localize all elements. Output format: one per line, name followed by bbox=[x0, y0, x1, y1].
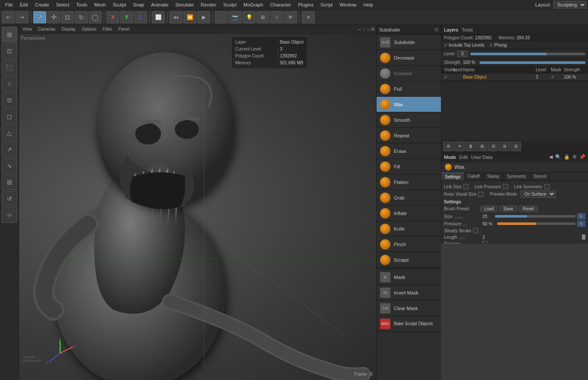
tool-scrape[interactable]: Scrape bbox=[377, 252, 441, 268]
stereo-button[interactable]: 👁 bbox=[284, 11, 297, 23]
size-slider[interactable] bbox=[495, 215, 575, 218]
menu-edit[interactable]: Edit bbox=[16, 1, 32, 8]
tab-stamp[interactable]: Stamp bbox=[483, 173, 503, 180]
timeline-start-button[interactable]: ⏮ bbox=[169, 11, 182, 23]
camera-button[interactable]: 📷 bbox=[229, 11, 242, 23]
level-input[interactable] bbox=[457, 51, 468, 57]
menu-simulate[interactable]: Simulate bbox=[172, 1, 198, 8]
attr-btn-7[interactable]: ⊞ bbox=[511, 142, 521, 151]
attr-btn-3[interactable]: 🗑 bbox=[466, 142, 476, 151]
left-tool-box[interactable]: ◻ bbox=[2, 109, 17, 124]
tool-inflate[interactable]: Inflate bbox=[377, 206, 441, 221]
viewport-menu-panel[interactable]: Panel bbox=[117, 27, 131, 32]
render-region-button[interactable]: ⬜ bbox=[152, 11, 165, 23]
size-fx-button[interactable]: fx bbox=[577, 213, 585, 219]
attr-btn-5[interactable]: ⊞ bbox=[488, 142, 499, 151]
rotate-tool-button[interactable]: ↻ bbox=[75, 11, 88, 23]
tool-fill[interactable]: Fill bbox=[377, 159, 441, 174]
hud-button[interactable]: ☀ bbox=[302, 11, 315, 23]
move-tool-button[interactable]: ✛ bbox=[47, 11, 60, 23]
menu-mograph[interactable]: MoGraph bbox=[240, 1, 267, 8]
left-tool-dots2[interactable]: ⊹ bbox=[2, 207, 17, 223]
menu-tools[interactable]: Tools bbox=[73, 1, 91, 8]
left-tool-curve[interactable]: ∿ bbox=[2, 158, 17, 174]
menu-select[interactable]: Select bbox=[53, 1, 73, 8]
viewport-menu-filter[interactable]: Filter bbox=[101, 27, 114, 32]
strength-slider[interactable] bbox=[479, 61, 585, 64]
freeform-tool-button[interactable]: ◯ bbox=[89, 11, 102, 23]
left-tool-cylinder[interactable]: ⊙ bbox=[2, 92, 17, 108]
viewport-icon-down[interactable]: ↓ bbox=[367, 27, 369, 32]
spacing-checkbox[interactable] bbox=[483, 241, 488, 244]
tool-flatten[interactable]: Flatten bbox=[377, 174, 441, 190]
tool-mask[interactable]: M Mask bbox=[377, 269, 441, 285]
menu-character[interactable]: Character bbox=[267, 1, 294, 8]
keep-visual-checkbox[interactable] bbox=[478, 192, 483, 197]
preview-mode-dropdown[interactable]: On Surface bbox=[521, 190, 556, 198]
menu-mesh[interactable]: Mesh bbox=[91, 1, 109, 8]
menu-help[interactable]: Help bbox=[360, 1, 377, 8]
select-tool-button[interactable]: ↗ bbox=[33, 11, 46, 23]
viewport-menu-display[interactable]: Display bbox=[60, 27, 77, 32]
viewport-icon-move[interactable]: ↔ bbox=[357, 27, 361, 32]
menu-create[interactable]: Create bbox=[32, 1, 53, 8]
tool-bake[interactable]: BSO Bake Sculpt Objects bbox=[377, 316, 441, 332]
layer-table-row[interactable]: ✓ Base Object 3 ✓ 100 % bbox=[441, 73, 588, 81]
load-button[interactable]: Load bbox=[480, 206, 498, 212]
link-symmetry-checkbox[interactable] bbox=[544, 184, 550, 189]
undo-button[interactable]: ↩ bbox=[2, 11, 15, 23]
tool-decrease[interactable]: Decrease bbox=[377, 50, 441, 66]
left-tool-1[interactable]: ⊞ bbox=[2, 27, 17, 42]
tool-subdivide[interactable]: SUB Subdivide bbox=[377, 35, 441, 50]
layers-tab-layers[interactable]: Layers bbox=[444, 27, 458, 32]
left-tool-cube[interactable]: ⬛ bbox=[2, 60, 17, 75]
viewport-menu-view[interactable]: View bbox=[21, 27, 34, 32]
menu-window[interactable]: Window bbox=[336, 1, 360, 8]
save-button[interactable]: Save bbox=[499, 206, 517, 212]
tool-repeat[interactable]: Repeat bbox=[377, 128, 441, 143]
layout-dropdown[interactable]: Sculpting bbox=[553, 1, 586, 9]
menu-snap[interactable]: Snap bbox=[129, 1, 147, 8]
attr-btn-1[interactable]: ⊞ bbox=[443, 142, 454, 151]
length-slider-handle[interactable] bbox=[582, 234, 585, 240]
tab-symmetry[interactable]: Symmetry bbox=[503, 173, 530, 180]
left-tool-dots[interactable]: ⊡ bbox=[2, 43, 17, 59]
viewport-menu-options[interactable]: Options bbox=[80, 27, 98, 32]
tab-falloff[interactable]: Falloff bbox=[464, 173, 483, 180]
tool-pinch[interactable]: Pinch bbox=[377, 237, 441, 252]
attr-btn-6[interactable]: ⊞ bbox=[499, 142, 510, 151]
tool-erase[interactable]: Erase bbox=[377, 143, 441, 159]
left-tool-arrow[interactable]: ↗ bbox=[2, 142, 17, 157]
menu-plugins[interactable]: Plugins bbox=[294, 1, 317, 8]
tool-increase[interactable]: Increase bbox=[377, 66, 441, 81]
timeline-play-button[interactable]: ▶ bbox=[197, 11, 210, 23]
scale-tool-button[interactable]: ⊡ bbox=[61, 11, 74, 23]
display-mode-button[interactable]: ⬛ bbox=[215, 11, 228, 23]
menu-animate[interactable]: Animate bbox=[147, 1, 172, 8]
tool-invert-mask[interactable]: IM Invert Mask bbox=[377, 285, 441, 301]
pressure-fx-button[interactable]: fx bbox=[577, 221, 585, 227]
sculpt-tools-expand[interactable]: ⊡ bbox=[435, 27, 438, 32]
left-tool-sphere[interactable]: ○ bbox=[2, 76, 17, 92]
left-tool-grid[interactable]: ⊞ bbox=[2, 174, 17, 190]
light-button[interactable]: 💡 bbox=[243, 11, 256, 23]
attr-menu-mode[interactable]: Mode bbox=[444, 155, 456, 160]
link-size-checkbox[interactable] bbox=[463, 184, 469, 189]
tool-grab[interactable]: Grab bbox=[377, 190, 441, 206]
menu-render[interactable]: Render bbox=[197, 1, 220, 8]
menu-sculpt[interactable]: Sculpt bbox=[109, 1, 130, 8]
attr-lock-icon[interactable]: 🔒 bbox=[564, 154, 570, 160]
attr-settings-icon[interactable]: ⚙ bbox=[572, 154, 577, 160]
attr-btn-4[interactable]: ⊠ bbox=[477, 142, 487, 151]
redo-button[interactable]: ↪ bbox=[16, 11, 29, 23]
layers-tab-tools[interactable]: Tools bbox=[462, 27, 473, 32]
level-slider[interactable] bbox=[470, 53, 585, 55]
tool-pull[interactable]: Pull bbox=[377, 81, 441, 97]
tab-settings[interactable]: Settings bbox=[441, 173, 464, 180]
x-axis-button[interactable]: X bbox=[106, 11, 119, 23]
menu-file[interactable]: File bbox=[2, 1, 16, 8]
viewport-icon-maximize[interactable]: ⊡ bbox=[371, 27, 374, 32]
grid-button[interactable]: ⊞ bbox=[256, 11, 269, 23]
link-pressure-checkbox[interactable] bbox=[503, 184, 508, 189]
left-tool-rotate[interactable]: ↺ bbox=[2, 191, 17, 206]
